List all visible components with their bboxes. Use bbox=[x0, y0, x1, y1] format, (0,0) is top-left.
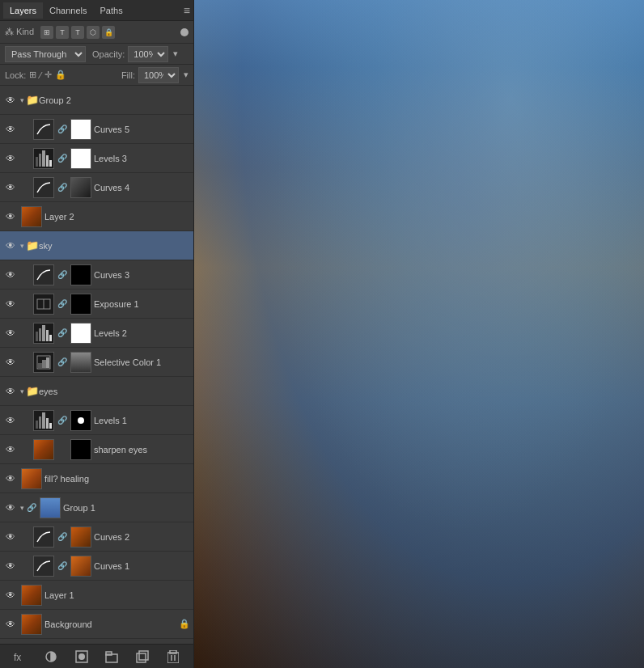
layer-row-group1[interactable]: 👁 ▾ 🔗 Group 1 bbox=[0, 493, 193, 522]
link-curves4: 🔗 bbox=[57, 182, 68, 193]
lock-all-icon[interactable]: 🔒 bbox=[55, 70, 66, 80]
svg-text:fx: fx bbox=[14, 652, 21, 663]
visibility-curves2[interactable]: 👁 bbox=[3, 530, 18, 544]
mask-exposure1 bbox=[70, 294, 91, 315]
mask-curves2 bbox=[70, 526, 91, 548]
svg-rect-18 bbox=[170, 650, 176, 653]
layer-row-sharpeneyes[interactable]: 👁 sharpen eyes bbox=[0, 435, 193, 464]
visibility-curves5[interactable]: 👁 bbox=[3, 122, 18, 137]
mask-button[interactable] bbox=[74, 649, 90, 665]
lock-image-icon[interactable]: ∕ bbox=[40, 70, 41, 80]
layer-row-exposure1[interactable]: 👁 🔗 Exposure 1 bbox=[0, 290, 193, 319]
visibility-fillhealing[interactable]: 👁 bbox=[3, 471, 18, 486]
layer-name-background: Background bbox=[44, 619, 179, 629]
layer-row-curves3[interactable]: 👁 🔗 Curves 3 bbox=[0, 260, 193, 290]
visibility-levels3[interactable]: 👁 bbox=[3, 151, 18, 166]
filter-type-icon[interactable]: T bbox=[71, 26, 84, 39]
layer-row-levels2[interactable]: 👁 🔗 Levels 2 bbox=[0, 319, 193, 348]
visibility-eyes[interactable]: 👁 bbox=[3, 384, 18, 399]
visibility-sharpeneyes[interactable]: 👁 bbox=[3, 442, 18, 457]
visibility-curves4[interactable]: 👁 bbox=[3, 180, 18, 195]
svg-point-10 bbox=[78, 653, 85, 660]
panel-menu-icon[interactable]: ≡ bbox=[184, 4, 190, 17]
visibility-sky[interactable]: 👁 bbox=[3, 239, 18, 253]
lock-transparent-icon[interactable]: ⊞ bbox=[29, 70, 36, 80]
expand-group2[interactable]: ▾ bbox=[18, 96, 26, 104]
visibility-curves1[interactable]: 👁 bbox=[3, 559, 18, 573]
visibility-group2[interactable]: 👁 bbox=[3, 93, 18, 108]
folder-icon-eyes: 📁 bbox=[26, 385, 39, 397]
thumb-curves3 bbox=[33, 264, 54, 285]
blend-row: Pass Through Normal Multiply Opacity: 10… bbox=[0, 44, 193, 65]
layer-name-sharpeneyes: sharpen eyes bbox=[94, 445, 190, 454]
layer-row-fillhealing[interactable]: 👁 fill? healing bbox=[0, 464, 193, 493]
layer-row-levels3[interactable]: 👁 🔗 Levels 3 bbox=[0, 144, 193, 173]
visibility-background[interactable]: 👁 bbox=[3, 617, 18, 632]
layer-row-group2[interactable]: 👁 ▾ 📁 Group 2 bbox=[0, 86, 193, 115]
opacity-select[interactable]: 100% bbox=[128, 46, 168, 62]
mask-levels1 bbox=[70, 410, 91, 431]
opacity-label: Opacity: bbox=[92, 49, 125, 59]
layer-row-levels1[interactable]: 👁 🔗 Levels 1 bbox=[0, 406, 193, 435]
lock-row: Lock: ⊞ ∕ ✛ 🔒 Fill: 100% ▾ bbox=[0, 65, 193, 86]
layer-row-curves5[interactable]: 👁 🔗 Curves 5 bbox=[0, 115, 193, 144]
blend-mode-select[interactable]: Pass Through Normal Multiply bbox=[5, 46, 86, 62]
link-levels2: 🔗 bbox=[57, 328, 68, 339]
svg-rect-4 bbox=[42, 360, 46, 368]
filter-shape-icon[interactable]: ⬡ bbox=[87, 26, 100, 39]
layer-name-levels3: Levels 3 bbox=[94, 154, 190, 163]
layer-row-curves2[interactable]: 👁 🔗 Curves 2 bbox=[0, 522, 193, 552]
visibility-levels2[interactable]: 👁 bbox=[3, 326, 18, 340]
folder-icon-sky: 📁 bbox=[26, 239, 39, 252]
fx-button[interactable]: fx bbox=[12, 649, 28, 665]
visibility-exposure1[interactable]: 👁 bbox=[3, 297, 18, 311]
fill-label: Fill: bbox=[121, 70, 135, 80]
layer-name-eyes: eyes bbox=[39, 387, 190, 396]
mask-curves3 bbox=[70, 264, 91, 285]
visibility-curves3[interactable]: 👁 bbox=[3, 268, 18, 282]
layer-row-layer2[interactable]: 👁 Layer 2 bbox=[0, 202, 193, 231]
filter-active-dot bbox=[180, 28, 189, 36]
expand-sky[interactable]: ▾ bbox=[18, 242, 26, 250]
thumb-group1 bbox=[40, 497, 61, 518]
adjustment-button[interactable] bbox=[43, 649, 59, 665]
layer-name-curves5: Curves 5 bbox=[94, 125, 190, 134]
thumb-exposure1 bbox=[33, 294, 54, 315]
fill-select[interactable]: 100% bbox=[138, 67, 179, 83]
layer-row-layer1[interactable]: 👁 Layer 1 bbox=[0, 581, 193, 610]
visibility-layer1[interactable]: 👁 bbox=[3, 588, 18, 602]
svg-rect-15 bbox=[167, 653, 179, 663]
visibility-selective1[interactable]: 👁 bbox=[3, 355, 18, 370]
layer-row-curves1[interactable]: 👁 🔗 Curves 1 bbox=[0, 552, 193, 581]
tab-layers[interactable]: Layers bbox=[3, 2, 43, 19]
layer-row-selective1[interactable]: 👁 🔗 Selective Color 1 bbox=[0, 348, 193, 377]
filter-smart-icon[interactable]: 🔒 bbox=[102, 26, 115, 39]
link-selective1: 🔗 bbox=[57, 357, 68, 368]
svg-rect-14 bbox=[139, 651, 148, 660]
layer-row-eyes[interactable]: 👁 ▾ 📁 eyes bbox=[0, 377, 193, 406]
group-button[interactable] bbox=[104, 649, 120, 665]
expand-group1[interactable]: ▾ bbox=[18, 504, 26, 512]
thumb-background bbox=[21, 614, 42, 635]
layer-row-background[interactable]: 👁 Background 🔒 bbox=[0, 610, 193, 639]
mask-curves1 bbox=[70, 556, 91, 577]
visibility-layer2[interactable]: 👁 bbox=[3, 209, 18, 224]
mask-selective1 bbox=[70, 352, 91, 373]
link-curves2: 🔗 bbox=[57, 531, 68, 543]
layer-row-curves4[interactable]: 👁 🔗 Curves 4 bbox=[0, 173, 193, 202]
thumb-curves5 bbox=[33, 119, 54, 140]
tab-channels[interactable]: Channels bbox=[43, 2, 93, 19]
delete-layer-button[interactable] bbox=[165, 649, 181, 665]
visibility-group1[interactable]: 👁 bbox=[3, 501, 18, 515]
mask-levels3 bbox=[70, 148, 91, 169]
lock-position-icon[interactable]: ✛ bbox=[44, 70, 52, 80]
layer-row-sky[interactable]: 👁 ▾ 📁 sky bbox=[0, 231, 193, 260]
tab-paths[interactable]: Paths bbox=[94, 2, 129, 19]
expand-eyes[interactable]: ▾ bbox=[18, 387, 26, 395]
filter-adjust-icon[interactable]: T bbox=[56, 26, 69, 39]
filter-pixel-icon[interactable]: ⊞ bbox=[40, 26, 53, 39]
visibility-levels1[interactable]: 👁 bbox=[3, 413, 18, 428]
mask-levels2 bbox=[70, 323, 91, 344]
new-layer-button[interactable] bbox=[134, 649, 150, 665]
opacity-arrow: ▾ bbox=[173, 49, 178, 59]
